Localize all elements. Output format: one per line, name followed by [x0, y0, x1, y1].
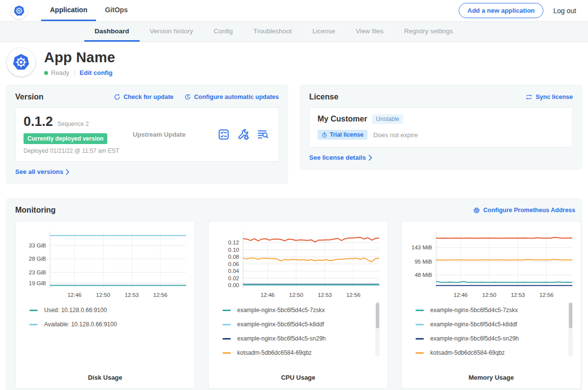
svg-text:12:46: 12:46	[261, 292, 275, 298]
configure-automatic-updates-link[interactable]: Configure automatic updates	[184, 94, 279, 100]
svg-text:12:53: 12:53	[124, 292, 139, 298]
add-application-button[interactable]: Add a new application	[459, 3, 543, 18]
series-line	[243, 258, 379, 262]
edit-config-link[interactable]: Edit config	[80, 69, 113, 76]
tab-troubleshoot[interactable]: Troubleshoot	[243, 22, 302, 42]
legend-label: example-nginx-5bc6f5d4c5-k8ddf	[430, 321, 517, 328]
legend-item: example-nginx-5bc6f5d4c5-sn29h	[222, 335, 370, 342]
svg-text:12:56: 12:56	[153, 292, 168, 298]
svg-text:12:53: 12:53	[511, 292, 525, 298]
legend-swatch	[416, 324, 424, 325]
configure-prometheus-link[interactable]: Configure Prometheus Address	[473, 207, 575, 214]
legend-swatch	[222, 310, 231, 311]
chart-legend: Used: 10.128.0.66:9100Available: 10.128.…	[21, 301, 190, 373]
status-dot	[44, 71, 48, 75]
legend-item: example-nginx-5bc6f5d4c5-k8ddf	[222, 321, 370, 328]
sync-license-link[interactable]: Sync license	[525, 94, 573, 100]
svg-text:0.12: 0.12	[228, 240, 239, 245]
logout-button[interactable]: Log out	[553, 7, 576, 15]
brand	[11, 0, 27, 21]
sync-arrows-icon	[525, 94, 533, 100]
legend-item: example-nginx-5bc6f5d4c5-sn29h	[416, 335, 563, 342]
svg-text:12:46: 12:46	[454, 292, 468, 298]
legend-label: example-nginx-5bc6f5d4c5-k8ddf	[237, 321, 324, 328]
version-card-title: Version	[15, 93, 44, 101]
check-for-update-link[interactable]: Check for update	[114, 94, 173, 100]
legend-scrollbar-track[interactable]	[375, 302, 380, 357]
deployed-timestamp: Deployed 01/21/22 @ 11:57 am EST	[24, 147, 129, 154]
legend-swatch	[29, 310, 38, 311]
legend-scrollbar-thumb[interactable]	[569, 303, 572, 328]
legend-label: Used: 10.128.0.66:9100	[44, 307, 107, 314]
license-panel: My Customer Unstable Trial license Does …	[309, 107, 573, 147]
svg-text:0.02: 0.02	[228, 275, 239, 281]
monitoring-title: Monitoring	[15, 206, 56, 215]
legend-item: example-nginx-5bc6f5d4c5-7zskx	[222, 307, 370, 314]
stopwatch-icon	[321, 132, 327, 138]
current-version-panel: 0.1.2 Sequence 2 Currently deployed vers…	[15, 107, 279, 162]
version-number: 0.1.2	[24, 114, 53, 129]
legend-label: kotsadm-5db6dc6584-69qbz	[430, 349, 505, 356]
nav-item-application[interactable]: Application	[41, 0, 96, 21]
edit-config-wrench-icon[interactable]	[238, 129, 249, 140]
legend-swatch	[416, 338, 424, 340]
legend-scrollbar-track[interactable]	[568, 302, 573, 357]
see-all-versions-link[interactable]: See all versions	[15, 168, 70, 175]
legend-label: example-nginx-5bc6f5d4c5-7zskx	[430, 307, 518, 314]
svg-text:143 MiB: 143 MiB	[412, 244, 433, 250]
series-line	[436, 282, 572, 283]
customer-name: My Customer	[318, 115, 367, 123]
view-diff-files-icon[interactable]	[257, 129, 269, 140]
chart-panel-cpu-usage: 12:4612:5012:5312:560.000.020.040.060.08…	[208, 221, 388, 389]
legend-label: kotsadm-5db6dc6584-69qbz	[237, 349, 312, 356]
tab-version-history[interactable]: Version history	[140, 22, 204, 42]
kubernetes-logo-icon	[11, 2, 27, 19]
nav-item-gitops[interactable]: GitOps	[96, 0, 137, 21]
legend-swatch	[416, 352, 424, 354]
svg-text:0.10: 0.10	[228, 247, 239, 253]
legend-item: Available: 10.128.0.66:9100	[29, 321, 177, 328]
version-source: Upstream Update	[133, 131, 186, 138]
legend-swatch	[222, 324, 231, 325]
page-title: App Name	[44, 49, 115, 66]
legend-item: kotsadm-5db6dc6584-69qbz	[222, 349, 370, 356]
tab-registry-settings[interactable]: Registry settings	[394, 22, 464, 42]
series-line	[436, 238, 572, 239]
line-chart: 12:4612:5012:5312:5619 GiB23 GiB28 GiB33…	[21, 226, 190, 301]
legend-item: Used: 10.128.0.66:9100	[29, 307, 177, 314]
deployed-badge: Currently deployed version	[24, 133, 107, 144]
refresh-icon	[114, 94, 121, 100]
svg-text:23 GiB: 23 GiB	[29, 269, 46, 275]
legend-label: example-nginx-5bc6f5d4c5-7zskx	[237, 307, 325, 314]
tab-config[interactable]: Config	[203, 22, 243, 42]
svg-text:0.06: 0.06	[228, 261, 239, 267]
sequence-label: Sequence 2	[57, 121, 89, 127]
see-license-details-link[interactable]: See license details	[309, 154, 372, 161]
chart-title: Disk Usage	[21, 373, 190, 384]
chart-title: CPU Usage	[214, 373, 383, 384]
legend-swatch	[29, 324, 38, 325]
svg-text:28 GiB: 28 GiB	[29, 256, 46, 262]
preflight-checks-icon[interactable]	[218, 129, 229, 140]
tab-license[interactable]: License	[302, 22, 345, 42]
license-card-title: License	[309, 93, 339, 101]
chart-legend: example-nginx-5bc6f5d4c5-7zskxexample-ng…	[407, 301, 576, 373]
svg-text:12:56: 12:56	[346, 292, 361, 298]
svg-text:19 GiB: 19 GiB	[29, 280, 46, 286]
tab-view-files[interactable]: View files	[345, 22, 394, 42]
legend-label: example-nginx-5bc6f5d4c5-sn29h	[237, 335, 326, 342]
tab-dashboard[interactable]: Dashboard	[84, 22, 140, 42]
chart-panel-memory-usage: 12:4612:5012:5312:5648 MiB95 MiB143 MiBe…	[401, 221, 581, 389]
chevron-right-icon	[66, 169, 70, 175]
legend-scrollbar-thumb[interactable]	[376, 303, 379, 328]
svg-text:95 MiB: 95 MiB	[415, 259, 432, 265]
chart-panel-disk-usage: 12:4612:5012:5312:5619 GiB23 GiB28 GiB33…	[15, 221, 195, 389]
svg-text:12:50: 12:50	[289, 292, 303, 298]
svg-text:48 MiB: 48 MiB	[415, 272, 432, 278]
svg-text:12:56: 12:56	[539, 292, 554, 298]
app-header: App Name Ready Edit config	[0, 42, 588, 78]
svg-text:33 GiB: 33 GiB	[29, 243, 46, 248]
charts-row: 12:4612:5012:5312:5619 GiB23 GiB28 GiB33…	[15, 221, 575, 389]
svg-text:12:46: 12:46	[68, 292, 82, 298]
legend-swatch	[222, 338, 231, 340]
